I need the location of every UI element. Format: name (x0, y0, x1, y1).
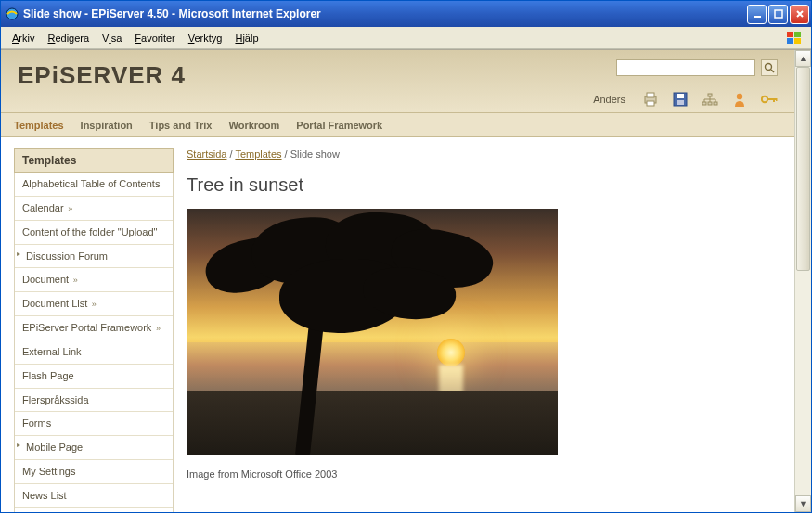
menu-visa[interactable]: Visa (97, 31, 127, 45)
breadcrumb-templates[interactable]: Templates (235, 148, 281, 160)
svg-rect-14 (677, 100, 684, 105)
sidebar-item[interactable]: News List (15, 484, 173, 508)
sidebar-item-label: My Settings (22, 466, 75, 477)
sidebar-item[interactable]: Flerspråkssida (15, 389, 173, 413)
sidebar-item[interactable]: Mobile Page (15, 436, 173, 460)
breadcrumb: Startsida / Templates / Slide show (187, 148, 781, 160)
sidebar-item-label: Mobile Page (26, 442, 83, 453)
svg-rect-10 (647, 93, 654, 97)
svg-rect-3 (787, 32, 793, 37)
menu-verktyg[interactable]: Verktyg (183, 31, 228, 45)
sidebar-item[interactable]: Discussion Forum (15, 245, 173, 269)
sidebar-item[interactable]: EPiServer Portal Framework » (15, 316, 173, 340)
sidebar-item[interactable]: Document List » (15, 292, 173, 316)
user-icon[interactable] (731, 92, 748, 107)
page-viewport: EPiSERVER 4 Anders (1, 50, 794, 512)
sidebar-item[interactable]: Flash Page (15, 365, 173, 389)
sidebar-item-label: Calendar (22, 202, 64, 213)
sidebar-item[interactable]: News Page (15, 508, 173, 512)
search-button[interactable] (761, 59, 778, 76)
image-caption: Image from Microsoft Office 2003 (187, 468, 781, 480)
sidebar-item[interactable]: Alphabetical Table of Contents (15, 173, 173, 197)
chevron-icon: » (71, 276, 78, 285)
tool-icons (642, 92, 778, 107)
sidebar-item-label: Discussion Forum (26, 250, 108, 262)
sidebar-item-label: EPiServer Portal Framework (22, 322, 151, 333)
sidebar-item-label: Flerspråkssida (22, 394, 89, 405)
sidebar-item[interactable]: My Settings (15, 460, 173, 484)
breadcrumb-current: Slide show (290, 148, 340, 160)
browser-menubar: Arkiv Redigera Visa Favoriter Verktyg Hj… (1, 27, 811, 49)
svg-rect-17 (708, 102, 712, 105)
current-user-name: Anders (593, 94, 625, 105)
sidebar-item-label: Flash Page (22, 370, 74, 381)
scroll-thumb[interactable] (796, 67, 810, 271)
main-content: Startsida / Templates / Slide show Tree … (187, 148, 781, 480)
windows-logo-icon (785, 30, 806, 46)
chevron-icon: » (153, 324, 161, 333)
menu-hjalp[interactable]: Hjälp (229, 31, 264, 45)
scroll-up-button[interactable]: ▲ (795, 50, 811, 67)
nav-inspiration[interactable]: Inspiration (81, 120, 133, 131)
sidebar-item-label: News List (22, 490, 67, 501)
window-buttons (747, 5, 809, 24)
print-icon[interactable] (642, 92, 659, 107)
svg-rect-16 (702, 102, 706, 105)
sidebar-item-label: Content of the folder "Upload" (22, 226, 157, 237)
menu-redigera[interactable]: Redigera (42, 31, 95, 45)
chevron-icon: » (89, 300, 97, 309)
window-titlebar: Slide show - EPiServer 4.50 - Microsoft … (1, 1, 811, 27)
sidebar-item-label: External Link (22, 346, 82, 357)
viewport-wrapper: EPiSERVER 4 Anders (1, 49, 811, 512)
key-icon[interactable] (761, 92, 778, 107)
sitemap-icon[interactable] (702, 92, 718, 107)
banner: EPiSERVER 4 Anders (1, 50, 794, 113)
sidebar: Templates Alphabetical Table of Contents… (14, 148, 174, 512)
page: EPiSERVER 4 Anders (1, 50, 794, 512)
svg-rect-11 (647, 101, 654, 106)
vertical-scrollbar[interactable]: ▲ ▼ (794, 50, 811, 512)
sidebar-item[interactable]: Forms (15, 412, 173, 436)
window-title: Slide show - EPiServer 4.50 - Microsoft … (23, 7, 747, 20)
sidebar-item-label: Document List (22, 298, 87, 309)
window-maximize-button[interactable] (768, 5, 788, 24)
top-nav: Templates Inspiration Tips and Trix Work… (1, 113, 794, 137)
sidebar-item[interactable]: Document » (15, 268, 173, 292)
slide-image (187, 209, 558, 455)
chevron-icon: » (66, 204, 73, 213)
nav-templates[interactable]: Templates (14, 120, 64, 131)
ie-icon (5, 6, 19, 21)
sidebar-item[interactable]: External Link (15, 340, 173, 365)
svg-rect-15 (708, 94, 712, 96)
sidebar-item[interactable]: Content of the folder "Upload" (15, 221, 173, 245)
sidebar-item-label: Document (22, 274, 69, 285)
breadcrumb-startsida[interactable]: Startsida (187, 148, 226, 160)
svg-rect-1 (754, 16, 761, 18)
window-minimize-button[interactable] (747, 5, 767, 24)
user-tools: Anders (593, 92, 778, 107)
svg-rect-2 (775, 10, 782, 18)
sidebar-item-label: Alphabetical Table of Contents (22, 178, 160, 189)
save-icon[interactable] (672, 92, 689, 107)
search-bar (616, 59, 778, 76)
nav-portal-framework[interactable]: Portal Framework (296, 120, 382, 131)
menu-favoriter[interactable]: Favoriter (129, 31, 180, 45)
svg-rect-4 (794, 32, 801, 37)
svg-rect-23 (776, 98, 778, 101)
sidebar-item[interactable]: Calendar » (15, 197, 173, 221)
svg-rect-13 (677, 94, 684, 98)
sidebar-list: Alphabetical Table of ContentsCalendar »… (14, 173, 174, 512)
content-title: Tree in sunset (187, 174, 781, 196)
page-body: Templates Alphabetical Table of Contents… (1, 137, 794, 512)
svg-point-7 (766, 64, 772, 71)
svg-rect-5 (787, 38, 793, 44)
scroll-down-button[interactable]: ▼ (795, 495, 811, 512)
menu-arkiv[interactable]: Arkiv (6, 31, 40, 45)
search-input[interactable] (616, 59, 755, 76)
sidebar-heading: Templates (14, 148, 174, 173)
window-close-button[interactable] (790, 5, 809, 24)
nav-tips-and-trix[interactable]: Tips and Trix (149, 120, 213, 131)
nav-workroom[interactable]: Workroom (228, 120, 279, 131)
app-window: Slide show - EPiServer 4.50 - Microsoft … (0, 0, 812, 513)
svg-rect-6 (794, 38, 801, 44)
